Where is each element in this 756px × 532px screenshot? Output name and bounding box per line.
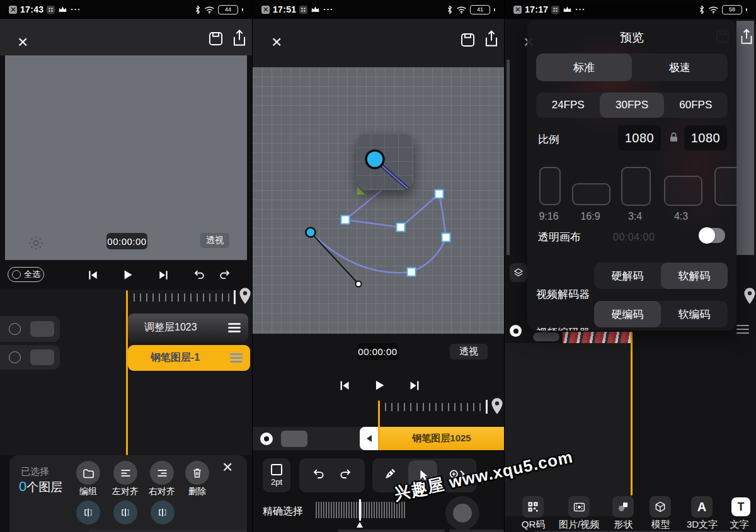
share-icon[interactable] [738,28,755,48]
align-center-vertical-button[interactable] [113,501,137,524]
delete-label: 删除 [186,486,208,497]
drag-handle-icon[interactable] [736,322,749,336]
track-select-radio[interactable] [9,323,21,335]
select-all-radio[interactable] [12,270,21,279]
pen-tool-icon[interactable] [383,467,397,484]
layers-panel-button[interactable] [510,263,527,282]
decoder-hard-tab[interactable]: 硬解码 [594,263,661,289]
selected-count-suffix: 个图层 [26,480,62,494]
video-clip-strip[interactable] [563,332,632,343]
keyframe-pin-icon[interactable] [237,286,252,309]
dock-label-text[interactable]: 文字 [722,519,756,531]
distribute-center-button[interactable] [151,501,175,524]
redo-icon[interactable] [338,468,352,483]
pen-layer-clip[interactable]: 钢笔图层1025 [379,427,504,450]
skip-prev-button[interactable] [338,379,351,395]
layer-visibility-eye-icon[interactable] [260,433,273,445]
keyframe-pin-icon[interactable] [489,397,504,419]
perspective-button[interactable]: 透视 [200,233,229,248]
play-button[interactable] [372,378,386,395]
share-icon[interactable] [231,28,248,50]
undo-icon[interactable] [312,468,326,483]
perspective-button[interactable]: 透视 [450,344,488,359]
decoder-soft-tab[interactable]: 软解码 [661,263,728,289]
keyframe-pin-icon[interactable] [742,286,756,309]
mode-fast-tab[interactable]: 极速 [632,54,728,81]
skip-prev-button[interactable] [86,269,99,284]
layer-visibility-eye-icon[interactable] [510,325,522,337]
align-right-label: 右对齐 [147,486,177,497]
decoder-label: 视频解码器 [536,287,590,302]
delete-button[interactable] [185,461,209,485]
dock-label-qrcode[interactable]: QR码 [510,519,557,531]
track-select-radio[interactable] [9,351,21,363]
track-thumbnail[interactable] [30,321,54,337]
group-button[interactable] [76,461,100,485]
ratio-width-field[interactable]: 1080 [618,125,661,150]
layer-name: 调整层1023 [144,321,197,334]
aspect-1-1-button[interactable] [714,167,736,206]
select-all-toggle[interactable]: 全选 [8,267,44,282]
aspect-3-4-button[interactable] [621,167,651,206]
fps-30-tab[interactable]: 30FPS [600,93,663,118]
toggle-knob[interactable] [699,227,715,244]
encoder-soft-tab[interactable]: 软编码 [661,301,728,327]
dock-item-shape[interactable] [612,496,634,518]
dock-label-model[interactable]: 模型 [637,519,684,531]
fps-60-tab[interactable]: 60FPS [664,93,728,118]
qr-code-icon [522,496,544,518]
skip-next-button[interactable] [158,269,170,284]
slider-pointer[interactable] [357,522,363,528]
app-badge-icon [47,6,55,14]
clip-trim-handle[interactable] [360,427,379,450]
align-center-horizontal-button[interactable] [76,501,100,524]
drag-handle-icon[interactable] [228,321,241,335]
stroke-width-button[interactable]: 2pt [263,458,290,492]
undo-icon[interactable] [193,269,206,283]
dock-item-model[interactable] [650,496,671,518]
text-icon: T [731,497,750,516]
next-sheet-hint [88,529,247,532]
joystick-button[interactable] [445,496,479,530]
aspect-9-16-button[interactable] [539,167,561,205]
dock-item-3dtext[interactable]: A [691,496,713,518]
dock-label-media[interactable]: 图片/视频 [554,519,604,531]
layer-thumbnail[interactable] [533,332,559,341]
timeline-ruler[interactable] [385,403,481,411]
playhead[interactable] [126,290,128,455]
transparent-canvas-toggle[interactable] [700,228,725,243]
mode-standard-tab[interactable]: 标准 [536,54,632,81]
gear-icon[interactable] [28,235,44,254]
close-icon[interactable]: × [18,35,28,49]
dock-item-text[interactable]: T [730,496,752,518]
timeline-ruler[interactable] [134,293,229,302]
joystick-knob[interactable] [453,504,472,523]
layer-bar-adjustment[interactable]: 调整层1023 [128,314,248,342]
aspect-4-3-button[interactable] [664,176,702,206]
dock-label-3dtext[interactable]: 3D文字 [679,519,726,531]
fps-24-tab[interactable]: 24FPS [536,93,600,118]
canvas-empty[interactable] [5,55,247,260]
redo-icon[interactable] [218,269,231,283]
layer-thumbnail[interactable] [281,431,307,447]
layer-bar-pen[interactable]: 钢笔图层-1 [128,345,250,371]
encoder-hard-tab[interactable]: 硬编码 [594,301,661,327]
align-left-button[interactable] [113,461,137,485]
more-status-icon: ··· [575,6,585,13]
skip-next-button[interactable] [408,379,421,395]
track-thumbnail[interactable] [30,349,54,365]
save-icon[interactable] [207,30,224,50]
drag-handle-icon[interactable] [230,351,243,365]
film-icon [568,496,590,518]
playhead[interactable] [631,332,633,495]
aspect-16-9-button[interactable] [572,183,610,205]
playhead[interactable] [378,400,380,451]
dock-item-qrcode[interactable] [522,496,544,518]
close-sheet-icon[interactable]: × [222,460,232,474]
align-right-button[interactable] [150,461,174,485]
modal-title: 预览 [527,30,736,46]
lock-icon[interactable] [668,132,680,146]
play-button[interactable] [121,268,134,284]
ratio-height-field[interactable]: 1080 [684,125,727,150]
dock-item-media[interactable] [568,496,590,518]
